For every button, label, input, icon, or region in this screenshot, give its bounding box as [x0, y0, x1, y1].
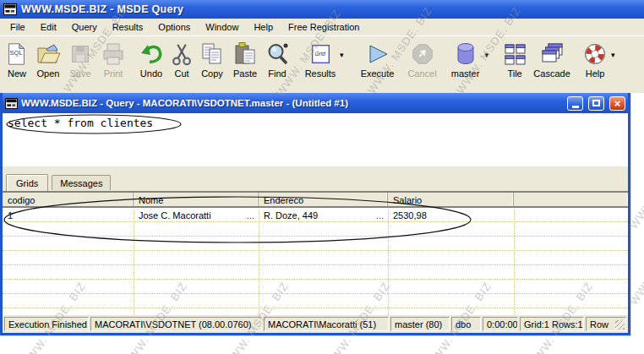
column-header-empty[interactable]	[514, 193, 628, 206]
help-dropdown-arrow-icon[interactable]: ▾	[611, 51, 615, 79]
sql-query-editor[interactable]: select * from clientes	[3, 113, 628, 166]
toolbar-label: Undo	[140, 68, 162, 79]
sql-new-document-icon: SQL	[4, 39, 30, 68]
child-window-icon	[5, 98, 18, 109]
empty-grid-row	[3, 265, 628, 280]
toolbar-label: Cancel	[407, 68, 436, 79]
toolbar-label: Help	[586, 68, 605, 79]
cancel-octagon-icon	[410, 39, 435, 68]
toolbar-label: Cascade	[533, 68, 570, 79]
toolbar-cancel-button: Cancel	[404, 38, 441, 79]
status-grid-rows: Grid:1 Rows:1	[520, 317, 584, 331]
child-window-title: WWW.MSDE.BIZ - Query - MACORATI\VSDOTNET…	[21, 98, 562, 108]
toolbar-undo-button[interactable]: Undo	[135, 38, 167, 79]
column-header-salario[interactable]: Salario	[388, 193, 514, 206]
status-server: MACORATI\VSDOTNET (08.00.0760)	[90, 317, 262, 331]
copy-pages-icon	[199, 39, 226, 68]
empty-grid-row	[3, 294, 628, 308]
menu-results[interactable]: Results	[105, 19, 151, 35]
toolbar-label: Save	[69, 68, 90, 79]
undo-arrow-icon	[138, 39, 165, 68]
tab-messages[interactable]: Messages	[52, 175, 111, 190]
help-lifesaver-icon	[581, 39, 609, 68]
toolbar-save-button: Save	[64, 38, 96, 79]
execute-play-icon	[364, 39, 391, 68]
app-icon	[3, 3, 17, 15]
app-titlebar: WWW.MSDE.BIZ - MSDE Query	[0, 0, 644, 19]
toolbar-tile-button[interactable]: Tile	[499, 38, 530, 79]
toolbar-label: Find	[268, 68, 286, 79]
menu-query[interactable]: Query	[64, 19, 105, 35]
save-disk-icon	[68, 39, 93, 68]
toolbar-help-button[interactable]: Help	[579, 38, 611, 79]
truncation-indicator: ...	[376, 210, 384, 221]
grid-header-row: codigo Nome Endereco Salario	[3, 193, 628, 208]
truncation-indicator: ...	[247, 210, 254, 221]
svg-text:SQL: SQL	[10, 48, 23, 56]
column-header-endereco[interactable]: Endereco	[259, 193, 388, 206]
table-row[interactable]: 1 Jose C. Macoratti ... R. Doze, 449 ...…	[3, 208, 628, 222]
status-schema: dbo	[451, 317, 481, 331]
menu-help[interactable]: Help	[246, 19, 281, 35]
maximize-icon	[592, 100, 600, 106]
tab-grids[interactable]: Grids	[6, 174, 48, 191]
empty-grid-row	[3, 237, 628, 251]
menu-edit[interactable]: Edit	[33, 19, 64, 35]
toolbar-label: Paste	[233, 68, 257, 79]
resize-grip[interactable]	[615, 320, 625, 329]
empty-grid-row	[3, 251, 628, 265]
cascade-windows-icon	[538, 39, 565, 68]
toolbar-new-button[interactable]: SQL New	[2, 38, 32, 79]
close-icon: ×	[614, 98, 621, 109]
print-icon	[100, 39, 127, 68]
find-magnifier-icon	[264, 39, 291, 68]
toolbar-open-button[interactable]: Open	[32, 38, 64, 79]
toolbar-find-button[interactable]: Find	[262, 38, 292, 79]
toolbar-database-group: master ▾	[446, 38, 492, 79]
toolbar-label: Execute	[361, 68, 395, 79]
cell-empty	[514, 208, 628, 221]
msde-query-app: WWW.MSDE.BIZ - MSDE Query File Edit Quer…	[0, 0, 644, 354]
menu-file[interactable]: File	[3, 19, 33, 35]
tile-windows-icon	[501, 39, 528, 68]
menu-free-registration[interactable]: Free Registration	[281, 19, 367, 35]
toolbar-results-button[interactable]: Grid Results	[301, 38, 340, 79]
query-child-window: WWW.MSDE.BIZ - Query - MACORATI\VSDOTNET…	[0, 93, 630, 335]
results-grid-icon: Grid	[308, 39, 333, 68]
column-header-codigo[interactable]: codigo	[3, 193, 134, 206]
close-button[interactable]: ×	[609, 96, 625, 111]
editor-results-splitter[interactable]	[3, 166, 628, 172]
toolbar: SQL New Open S	[0, 36, 644, 93]
toolbar-label: Open	[37, 68, 60, 79]
status-database: master (80)	[390, 317, 450, 331]
open-folder-icon	[35, 39, 62, 68]
results-dropdown-arrow-icon[interactable]: ▾	[340, 51, 344, 79]
maximize-button[interactable]	[588, 96, 604, 111]
column-header-nome[interactable]: Nome	[134, 193, 259, 206]
sql-query-text: select * from clientes	[8, 117, 153, 129]
toolbar-label: master	[451, 68, 480, 79]
toolbar-label: Results	[305, 68, 336, 79]
toolbar-label: Cut	[174, 68, 188, 79]
toolbar-execute-button[interactable]: Execute	[357, 38, 399, 79]
toolbar-copy-button[interactable]: Copy	[196, 38, 228, 79]
child-window-titlebar: WWW.MSDE.BIZ - Query - MACORATI\VSDOTNET…	[3, 93, 628, 113]
cell-codigo: 1	[3, 208, 134, 221]
toolbar-paste-button[interactable]: Paste	[228, 38, 262, 79]
toolbar-cut-button[interactable]: Cut	[167, 38, 196, 79]
minimize-button[interactable]	[567, 96, 583, 111]
svg-text:Grid: Grid	[314, 50, 325, 56]
database-dropdown-arrow-icon[interactable]: ▾	[485, 51, 489, 79]
menu-options[interactable]: Options	[150, 19, 198, 35]
toolbar-cascade-button[interactable]: Cascade	[530, 38, 574, 79]
status-row-mode: Row	[586, 317, 626, 331]
app-title: WWW.MSDE.BIZ - MSDE Query	[21, 3, 183, 15]
toolbar-database-select[interactable]: master	[446, 38, 485, 79]
cut-scissors-icon	[169, 39, 194, 68]
status-user: MACORATI\Macoratti (51)	[264, 317, 389, 331]
menu-window[interactable]: Window	[198, 19, 246, 35]
toolbar-label: Copy	[201, 68, 223, 79]
toolbar-help-group: Help ▾	[579, 38, 618, 79]
toolbar-results-group: Grid Results ▾	[301, 38, 347, 79]
status-execution: Execution Finished.	[4, 317, 89, 331]
